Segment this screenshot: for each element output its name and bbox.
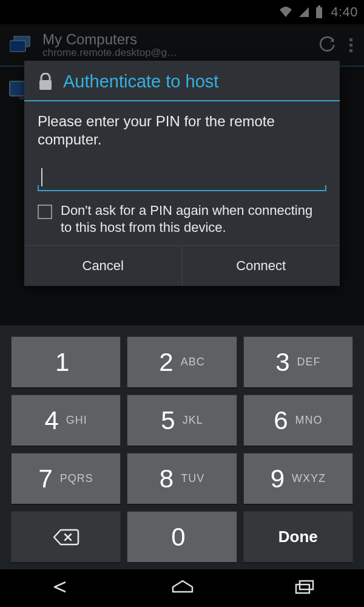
nav-recents-button[interactable] [292, 578, 317, 598]
key-7[interactable]: 7PQRS [11, 453, 121, 505]
cancel-button[interactable]: Cancel [24, 246, 182, 286]
key-backspace[interactable] [11, 511, 121, 563]
lock-icon [38, 73, 53, 91]
system-navbar [0, 569, 364, 607]
nav-home-button[interactable] [168, 578, 197, 598]
remember-pin-label: Don't ask for a PIN again when connectin… [61, 202, 326, 236]
dialog-title: Authenticate to host [63, 72, 218, 92]
key-0[interactable]: 0 [127, 511, 237, 563]
key-8[interactable]: 8TUV [127, 453, 237, 505]
dialog-body: Please enter your PIN for the remote com… [24, 101, 340, 191]
auth-dialog: Authenticate to host Please enter your P… [24, 61, 340, 286]
remember-pin-checkbox[interactable] [38, 205, 52, 219]
pin-input[interactable] [38, 164, 326, 191]
backspace-icon [52, 528, 80, 546]
nav-back-button[interactable] [47, 578, 73, 598]
key-4[interactable]: 4GHI [11, 395, 121, 447]
key-5[interactable]: 5JKL [127, 395, 237, 447]
dialog-header: Authenticate to host [24, 61, 340, 101]
connect-button[interactable]: Connect [183, 246, 340, 286]
dialog-message: Please enter your PIN for the remote com… [38, 112, 326, 149]
svg-rect-6 [39, 80, 52, 90]
remember-pin-row[interactable]: Don't ask for a PIN again when connectin… [24, 191, 340, 246]
numeric-keypad: 1 2ABC 3DEF 4GHI 5JKL 6MNO 7PQRS 8TUV 9W… [0, 325, 364, 569]
key-3[interactable]: 3DEF [243, 336, 353, 388]
key-done[interactable]: Done [243, 511, 353, 563]
key-2[interactable]: 2ABC [127, 336, 237, 388]
screen: 4:40 My Computers chrome.remote.desktop@… [0, 0, 364, 607]
dialog-buttons: Cancel Connect [24, 246, 340, 286]
key-9[interactable]: 9WXYZ [243, 453, 353, 505]
key-6[interactable]: 6MNO [243, 395, 353, 447]
key-1[interactable]: 1 [11, 336, 121, 388]
